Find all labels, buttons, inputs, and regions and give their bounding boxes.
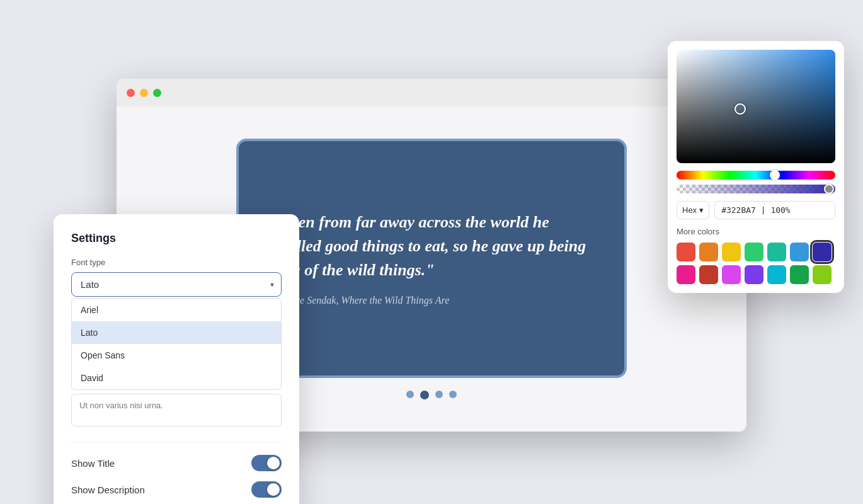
color-cursor[interactable] [734, 103, 746, 115]
slide-dots [406, 391, 457, 399]
color-format-select[interactable]: Hex ▾ [677, 201, 709, 219]
hue-bar[interactable] [677, 171, 835, 180]
swatch-dark-blue[interactable] [813, 243, 832, 261]
swatch-row-2 [677, 265, 835, 284]
swatch-purple[interactable] [745, 265, 763, 284]
selected-font-label: Lato [81, 279, 99, 290]
swatch-yellow[interactable] [722, 243, 741, 261]
show-title-row: Show Title [71, 455, 282, 471]
swatch-magenta[interactable] [722, 265, 741, 284]
show-description-label: Show Description [71, 484, 145, 495]
font-option-ariel[interactable]: Ariel [72, 299, 281, 321]
minimize-button[interactable] [140, 89, 148, 97]
gradient-bg [677, 50, 835, 163]
dot-3[interactable] [435, 391, 443, 398]
close-button[interactable] [127, 89, 135, 97]
show-description-row: Show Description [71, 481, 282, 498]
swatch-dark-green[interactable] [790, 265, 809, 284]
color-swatches [677, 243, 835, 284]
alpha-bar[interactable] [677, 185, 835, 193]
chevron-down-icon: ▾ [699, 205, 704, 215]
dot-1[interactable] [406, 391, 414, 398]
swatch-teal[interactable] [767, 243, 786, 261]
swatch-blue[interactable] [790, 243, 809, 261]
hex-label: Hex [682, 205, 697, 215]
swatch-cyan[interactable] [767, 265, 786, 284]
more-colors-label: More colors [677, 227, 835, 236]
swatch-lime[interactable] [813, 265, 832, 284]
hue-thumb [770, 170, 780, 180]
color-picker-panel: Hex ▾ More colors [668, 41, 844, 293]
color-gradient[interactable] [677, 50, 835, 163]
color-value-row: Hex ▾ [677, 201, 835, 219]
font-dropdown-wrapper: Lato ▾ [71, 272, 282, 297]
font-option-david[interactable]: David [72, 367, 281, 389]
font-dropdown-list: Ariel Lato Open Sans David [71, 298, 282, 390]
alpha-thumb [824, 184, 834, 194]
font-option-opensans[interactable]: Open Sans [72, 344, 281, 367]
settings-title: Settings [71, 232, 282, 245]
maximize-button[interactable] [153, 89, 161, 97]
dot-4[interactable] [449, 391, 457, 398]
font-dropdown[interactable]: Lato [71, 272, 282, 297]
dot-2[interactable] [420, 391, 429, 399]
swatch-pink[interactable] [677, 265, 695, 284]
swatch-red[interactable] [677, 243, 695, 261]
show-title-label: Show Title [71, 458, 115, 469]
font-option-lato[interactable]: Lato [72, 321, 281, 344]
swatch-row-1 [677, 243, 835, 261]
swatch-dark-red[interactable] [699, 265, 718, 284]
description-textarea[interactable]: Ut non varius nisi urna. [71, 394, 282, 427]
hex-input[interactable] [714, 201, 835, 219]
swatch-green[interactable] [745, 243, 763, 261]
divider [71, 442, 282, 442]
swatch-orange[interactable] [699, 243, 718, 261]
font-type-label: Font type [71, 258, 282, 267]
show-description-toggle[interactable] [251, 481, 282, 498]
quote-text: "Then from far away across the world he … [270, 210, 593, 282]
settings-panel: Settings Font type Lato ▾ Ariel Lato Ope… [54, 214, 299, 504]
browser-titlebar [117, 79, 746, 106]
show-title-toggle[interactable] [251, 455, 282, 471]
